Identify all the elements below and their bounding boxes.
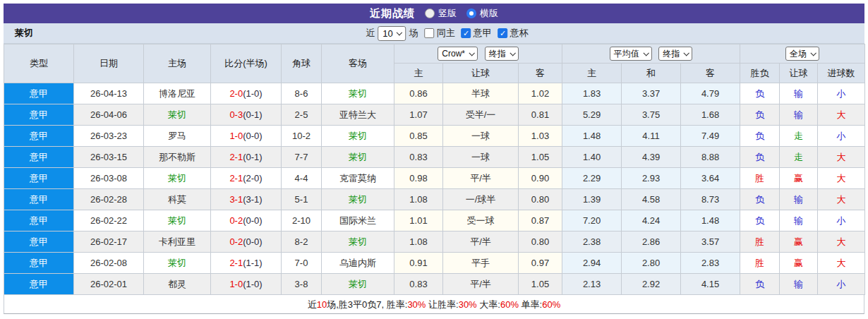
- result-cell: 负: [740, 147, 780, 168]
- summary-segment: 60%: [542, 299, 560, 310]
- layout-radio-vertical[interactable]: 竖版: [425, 7, 457, 20]
- euro-draw-odds-cell: 4.11: [622, 126, 681, 147]
- radio-icon-vertical[interactable]: [425, 8, 435, 18]
- col-header-asian-home: 主: [394, 64, 443, 83]
- asian-away-odds-cell: 1.03: [519, 126, 562, 147]
- goals-result-cell: 小: [818, 210, 865, 231]
- league-cell: 意甲: [4, 83, 74, 104]
- scope-select-value: 全场: [790, 48, 807, 60]
- home-team-cell: 莱切: [144, 253, 211, 274]
- radio-icon-horizontal[interactable]: [466, 8, 476, 18]
- euro-draw-odds-cell: 2.86: [622, 231, 681, 253]
- col-header-asian-away: 客: [519, 64, 562, 83]
- table-row: 意甲 26-02-28 科莫 3-1(3-1) 5-1 莱切 1.08 一/球半…: [4, 189, 865, 210]
- result-cell: 胜: [740, 253, 780, 274]
- result-cell: 负: [740, 104, 780, 126]
- asian-home-odds-cell: 1.07: [394, 104, 443, 126]
- chevron-down-icon: [510, 50, 515, 56]
- euro-away-odds-cell: 3.57: [681, 231, 740, 253]
- score-cell: 1-0(1-0): [211, 274, 282, 295]
- checkbox-icon-coppa-italia[interactable]: [498, 28, 508, 38]
- result-cell: 负: [740, 274, 780, 295]
- euro-home-odds-cell: 1.39: [562, 189, 622, 210]
- score-cell: 3-1(3-1): [211, 189, 282, 210]
- scope-select[interactable]: 全场: [785, 47, 819, 61]
- score-halftime: (0-0): [243, 236, 262, 247]
- league-cell: 意甲: [4, 210, 74, 231]
- col-header-result: 胜负: [740, 64, 780, 83]
- away-team-cell: 亚特兰大: [322, 104, 394, 126]
- corner-cell: 10-2: [282, 126, 322, 147]
- euro-away-odds-cell: 3.64: [681, 168, 740, 189]
- euro-avg-select-value: 平均值: [614, 48, 639, 60]
- date-cell: 26-02-17: [74, 231, 144, 253]
- date-cell: 26-03-08: [74, 168, 144, 189]
- corner-cell: 5-1: [282, 189, 322, 210]
- summary-segment: 大率:: [477, 299, 500, 310]
- summary-segment: 30%: [459, 299, 477, 310]
- filter-checkbox-coppa-italia[interactable]: 意杯: [498, 27, 529, 40]
- col-header-date: 日期: [74, 44, 144, 83]
- asian-away-odds-cell: 0.87: [519, 210, 562, 231]
- home-team-cell: 莱切: [144, 210, 211, 231]
- home-team-cell: 科莫: [144, 189, 211, 210]
- chevron-down-icon: [811, 50, 816, 56]
- chevron-down-icon: [643, 50, 649, 56]
- league-cell: 意甲: [4, 168, 74, 189]
- euro-draw-odds-cell: 4.58: [622, 189, 681, 210]
- result-cell: 负: [740, 210, 780, 231]
- asian-home-odds-cell: 1.08: [394, 231, 443, 253]
- results-tbody: 意甲 26-04-13 博洛尼亚 2-0(1-0) 8-6 莱切 0.86 半球…: [4, 83, 865, 295]
- euro-home-odds-cell: 2.29: [562, 168, 622, 189]
- away-team-cell: 莱切: [322, 231, 394, 253]
- date-cell: 26-04-06: [74, 104, 144, 126]
- table-row: 意甲 26-04-13 博洛尼亚 2-0(1-0) 8-6 莱切 0.86 半球…: [4, 83, 865, 104]
- goals-result-cell: 小: [818, 126, 865, 147]
- score-halftime: (0-0): [243, 215, 262, 226]
- handicap-result-cell: 走: [780, 126, 818, 147]
- asian-handicap-cell: 一/球半: [443, 189, 519, 210]
- euro-draw-odds-cell: 4.39: [622, 147, 681, 168]
- handicap-result-cell: 走: [780, 147, 818, 168]
- filter-checkbox-serie-a[interactable]: 意甲: [462, 27, 492, 40]
- euro-draw-odds-cell: 3.75: [622, 104, 681, 126]
- checkbox-label-coppa-italia: 意杯: [510, 27, 529, 40]
- layout-radio-horizontal[interactable]: 横版: [466, 7, 498, 20]
- match-count-select[interactable]: 10: [378, 26, 406, 41]
- asian-away-odds-cell: 1.02: [519, 83, 562, 104]
- euro-stage-select[interactable]: 终指: [658, 47, 692, 61]
- score-halftime: (0-0): [243, 131, 262, 141]
- euro-draw-odds-cell: 3.37: [622, 83, 681, 104]
- score-fulltime: 2-1: [229, 173, 243, 183]
- home-team-cell: 都灵: [144, 274, 211, 295]
- bookmaker-select[interactable]: Crow*: [438, 47, 478, 61]
- euro-away-odds-cell: 2.83: [681, 253, 740, 274]
- away-team-cell: 克雷莫纳: [322, 168, 394, 189]
- euro-away-odds-cell: 1.48: [681, 210, 740, 231]
- summary-segment: 单率:: [519, 299, 542, 310]
- date-cell: 26-04-13: [74, 83, 144, 104]
- col-header-handicap-result: 让球: [780, 64, 818, 83]
- goals-result-cell: 大: [818, 189, 865, 210]
- filter-checkbox-same-home[interactable]: 同主: [425, 27, 455, 40]
- corner-cell: 2-5: [282, 104, 322, 126]
- checkbox-icon-serie-a[interactable]: [462, 28, 471, 38]
- asian-stage-select[interactable]: 终指: [485, 47, 519, 61]
- away-team-cell: 莱切: [322, 83, 394, 104]
- table-row: 意甲 26-03-08 莱切 2-1(2-0) 4-4 克雷莫纳 0.98 平/…: [4, 168, 865, 189]
- asian-away-odds-cell: 0.80: [519, 189, 562, 210]
- date-cell: 26-02-28: [74, 189, 144, 210]
- checkbox-icon-same-home[interactable]: [425, 28, 435, 38]
- score-fulltime: 0-3: [229, 109, 243, 120]
- euro-away-odds-cell: 1.68: [681, 104, 740, 126]
- euro-avg-select[interactable]: 平均值: [610, 47, 652, 61]
- euro-odds-group-header: 平均值 终指: [562, 44, 740, 64]
- table-row: 意甲 26-03-23 罗马 1-0(0-0) 10-2 莱切 0.85 一球 …: [4, 126, 865, 147]
- summary-line: 近10场,胜3平0负7, 胜率:30% 让胜率:30% 大率:60% 单率:60…: [4, 295, 864, 314]
- euro-home-odds-cell: 2.38: [562, 231, 622, 253]
- away-team-cell: 国际米兰: [322, 210, 394, 231]
- league-cell: 意甲: [4, 147, 74, 168]
- euro-draw-odds-cell: 4.24: [622, 210, 681, 231]
- score-cell: 0-3(0-1): [211, 104, 282, 126]
- table-row: 意甲 26-02-22 莱切 0-2(0-0) 2-10 国际米兰 1.01 受…: [4, 210, 865, 231]
